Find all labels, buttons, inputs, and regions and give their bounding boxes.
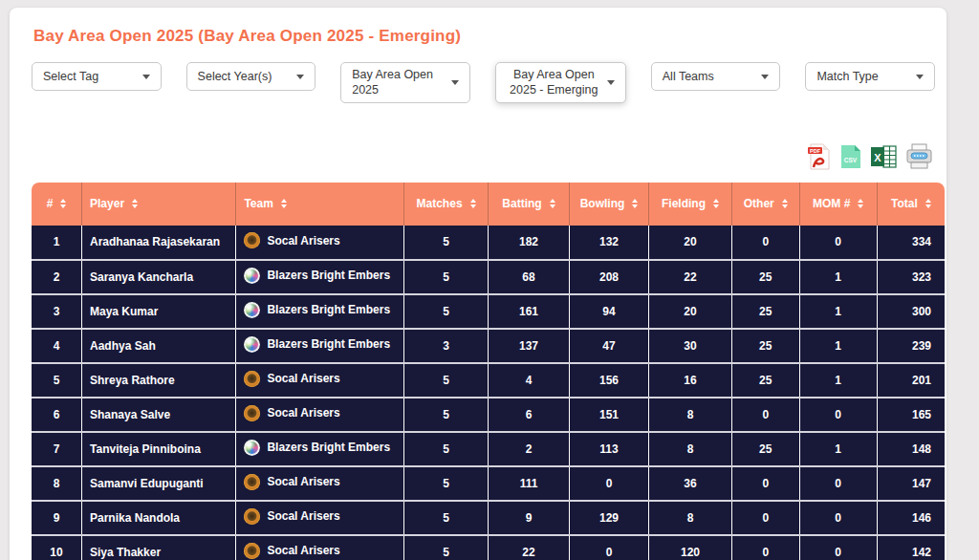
team-name-link[interactable]: Blazers Bright Embers [267,441,390,454]
fielding-cell: 16 [649,363,732,398]
teams-filter-dropdown[interactable]: All Teams [651,62,781,91]
svg-text:CSV: CSV [844,157,858,163]
teams-filter-label: All Teams [663,69,714,84]
team-logo-icon [244,440,260,456]
year-filter-dropdown[interactable]: Select Year(s) [186,62,316,91]
team-name-link[interactable]: Blazers Bright Embers [267,337,390,351]
other-cell: 0 [731,535,799,560]
rank-cell: 6 [32,398,82,432]
sort-icon[interactable] [550,199,555,208]
column-header-total[interactable]: Total [877,183,945,226]
rank-cell: 8 [32,466,82,501]
column-header-rank[interactable]: # [32,183,82,226]
bowling-cell: 156 [569,363,648,398]
batting-cell: 9 [488,501,569,535]
player-name-link[interactable]: Siya Thakker [90,546,161,559]
team-logo-icon [244,474,260,490]
total-cell: 146 [877,501,945,535]
column-header-matches[interactable]: Matches [404,183,489,226]
excel-export-icon[interactable]: X [871,144,897,169]
chevron-down-icon [142,75,150,79]
page: Bay Area Open 2025 (Bay Area Open 2025 -… [0,0,979,560]
chevron-down-icon [916,75,924,79]
player-name-link[interactable]: Shanaya Salve [90,408,170,421]
sort-icon[interactable] [925,199,931,208]
team-name-link[interactable]: Socal Arisers [267,509,339,523]
tag-filter-label: Select Tag [43,69,98,84]
sort-icon[interactable] [632,199,638,208]
sort-icon[interactable] [858,199,863,208]
player-name-link[interactable]: Samanvi Edupuganti [90,477,204,490]
batting-cell: 161 [488,294,569,329]
mom-cell: 0 [799,226,877,260]
table-row: 10Siya ThakkerSocal Arisers522012000142 [32,535,945,560]
rank-cell: 5 [32,363,82,398]
print-icon[interactable] [905,143,933,169]
sort-icon[interactable] [132,199,138,208]
team-name-link[interactable]: Socal Arisers [267,406,339,420]
batting-cell: 22 [488,535,569,560]
pdf-export-icon[interactable]: PDF [807,143,831,170]
column-header-team[interactable]: Team [236,183,404,226]
division-filter-dropdown[interactable]: Bay Area Open 2025 - Emerging [495,62,626,103]
team-name-link[interactable]: Blazers Bright Embers [267,269,390,282]
column-header-bowling[interactable]: Bowling [569,183,648,226]
fielding-cell: 8 [649,501,732,535]
tag-filter-dropdown[interactable]: Select Tag [32,62,162,91]
player-name-link[interactable]: Tanviteja Pinniboina [90,442,201,456]
sort-icon[interactable] [713,199,719,208]
page-title: Bay Area Open 2025 (Bay Area Open 2025 -… [33,27,935,46]
column-header-fielding[interactable]: Fielding [649,183,732,226]
fielding-cell: 8 [649,432,732,466]
csv-export-icon[interactable]: CSV [839,143,862,170]
team-name-link[interactable]: Socal Arisers [267,372,339,385]
series-filter-dropdown[interactable]: Bay Area Open 2025 [340,62,470,103]
player-name-link[interactable]: Shreya Rathore [90,374,175,387]
player-name-link[interactable]: Aradhanaa Rajasekaran [90,235,220,248]
sort-icon[interactable] [470,199,476,208]
player-cell: Maya Kumar [82,294,236,329]
mom-cell: 1 [799,329,877,363]
sort-icon[interactable] [281,199,287,208]
matches-cell: 5 [404,294,489,329]
player-name-link[interactable]: Aadhya Sah [90,339,156,353]
rank-cell: 3 [32,294,82,329]
match-type-filter-dropdown[interactable]: Match Type [805,62,935,91]
team-name-link[interactable]: Socal Arisers [267,544,339,557]
player-cell: Samanvi Edupuganti [82,466,236,501]
column-header-other[interactable]: Other [731,183,799,226]
chevron-down-icon [296,75,304,79]
other-cell: 25 [731,329,799,363]
column-label: Total [891,197,918,210]
column-header-batting[interactable]: Batting [488,183,569,226]
column-header-mom[interactable]: MOM # [799,183,877,226]
player-name-link[interactable]: Maya Kumar [90,305,158,318]
bowling-cell: 0 [569,535,648,560]
mom-cell: 1 [799,363,877,398]
bowling-cell: 129 [569,501,648,535]
bowling-cell: 151 [569,398,648,432]
team-cell: Socal Arisers [236,398,404,432]
team-name-link[interactable]: Blazers Bright Embers [267,303,390,316]
team-name-link[interactable]: Socal Arisers [267,234,339,248]
fielding-cell: 120 [649,535,732,560]
fielding-cell: 8 [649,398,732,432]
column-label: # [47,197,54,210]
sort-icon[interactable] [782,199,788,208]
player-name-link[interactable]: Saranya Kancharla [90,270,193,284]
table-head: #PlayerTeamMatchesBattingBowlingFielding… [32,183,945,226]
sort-icon[interactable] [60,199,66,208]
table-row: 9Parnika NandolaSocal Arisers59129800146 [32,501,945,535]
year-filter-label: Select Year(s) [198,69,272,84]
other-cell: 25 [731,260,799,294]
mom-cell: 1 [799,432,877,466]
series-filter-label: Bay Area Open 2025 [352,67,446,98]
matches-cell: 5 [404,226,489,260]
other-cell: 0 [731,466,799,501]
player-name-link[interactable]: Parnika Nandola [90,511,180,525]
team-name-link[interactable]: Socal Arisers [267,475,339,488]
total-cell: 147 [877,466,945,501]
column-header-player[interactable]: Player [82,183,236,226]
other-cell: 0 [731,501,799,535]
table-row: 7Tanviteja PinniboinaBlazers Bright Embe… [32,432,945,466]
